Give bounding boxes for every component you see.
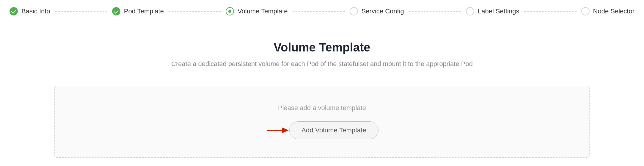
step-label-settings-label: Label Settings [478, 7, 519, 15]
wizard-stepper: Basic Info Pod Template Volume Template … [0, 0, 644, 23]
step-volume-template-label: Volume Template [238, 7, 288, 15]
step-basic-info-label: Basic Info [21, 7, 50, 15]
step-volume-template[interactable]: Volume Template [226, 7, 288, 15]
step-node-selector[interactable]: Node Selector [581, 7, 634, 15]
connector-3 [293, 11, 345, 12]
step-basic-info-circle [10, 7, 18, 15]
step-pod-template-label: Pod Template [124, 7, 164, 15]
action-row: Add Volume Template [266, 121, 378, 139]
main-content: Volume Template Create a dedicated persi… [0, 23, 644, 166]
step-node-selector-label: Node Selector [593, 7, 634, 15]
add-volume-template-button[interactable]: Add Volume Template [289, 121, 378, 139]
step-node-selector-circle [581, 7, 590, 15]
step-label-settings-circle [466, 7, 474, 15]
connector-5 [524, 11, 576, 12]
connector-4 [409, 11, 461, 12]
connector-2 [169, 11, 221, 12]
empty-panel: Please add a volume template Add Volume … [54, 86, 590, 158]
svg-marker-1 [282, 127, 289, 133]
step-pod-template[interactable]: Pod Template [112, 7, 164, 15]
step-service-config-label: Service Config [362, 7, 404, 15]
step-label-settings[interactable]: Label Settings [466, 7, 519, 15]
page-description: Create a dedicated persistent volume for… [171, 60, 473, 68]
arrow-right-icon [266, 124, 289, 136]
step-service-config-circle [350, 7, 358, 15]
step-basic-info[interactable]: Basic Info [10, 7, 50, 15]
step-service-config[interactable]: Service Config [350, 7, 404, 15]
page-title: Volume Template [274, 41, 370, 54]
empty-state-text: Please add a volume template [278, 104, 366, 112]
connector-1 [55, 11, 107, 12]
step-volume-template-circle [226, 7, 234, 15]
step-pod-template-circle [112, 7, 120, 15]
